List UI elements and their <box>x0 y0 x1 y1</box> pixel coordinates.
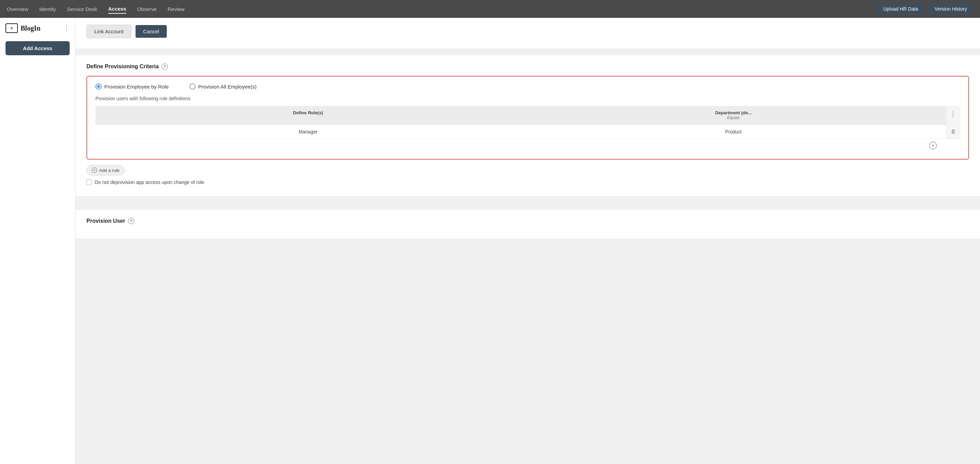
version-history-button[interactable]: Version History <box>929 3 973 14</box>
upload-hr-data-button[interactable]: Upload HR Data <box>877 3 924 14</box>
deprovision-label: Do not deprovision app access upon chang… <box>95 180 204 185</box>
logo-text: BlogIn <box>21 24 40 32</box>
rule-plus-row: + <box>95 139 960 152</box>
provision-user-title-text: Provision User <box>86 218 125 224</box>
nav-actions: Upload HR Data Version History <box>877 3 973 14</box>
deprovision-checkbox[interactable] <box>86 180 92 185</box>
rule-table-container: Define Role(s) Department (de... Equals <box>95 106 960 139</box>
add-rule-label: Add a rule <box>99 168 119 173</box>
radio-label-all: Provision All Employee(s) <box>198 84 257 89</box>
rule-dept-value: Product <box>725 129 741 134</box>
add-rule-plus-icon: + <box>92 167 97 173</box>
link-account-button[interactable]: Link Account <box>86 25 131 38</box>
provisioning-criteria-section: Define Provisioning Criteria ? Provision… <box>75 55 980 196</box>
add-rule-row: + Add a rule <box>86 165 969 175</box>
cancel-button[interactable]: Cancel <box>135 25 167 38</box>
dept-col-sub: Equals <box>727 115 740 120</box>
dept-col-title: Department (de... <box>715 110 751 115</box>
section-gap <box>75 48 980 55</box>
provisioning-help-icon[interactable]: ? <box>162 64 168 70</box>
section-title-define: Define Provisioning Criteria ? <box>86 64 969 70</box>
more-vert-icon[interactable]: ⋮ <box>950 110 957 118</box>
add-condition-icon[interactable]: + <box>929 142 937 149</box>
radio-circle-role <box>95 83 102 89</box>
rule-role-cell: Manager <box>95 125 521 139</box>
sidebar: B BlogIn ⋮ Add Access <box>0 18 75 464</box>
provision-user-help-icon[interactable]: ? <box>128 218 134 224</box>
provision-user-title: Provision User ? <box>86 218 969 224</box>
logo-icon: B <box>5 23 18 33</box>
rule-side-actions: ⋮ 🗑 <box>946 106 960 139</box>
sidebar-header: B BlogIn ⋮ <box>5 23 70 33</box>
rule-col-header-dept: Department (de... Equals <box>521 106 947 124</box>
main-layout: B BlogIn ⋮ Add Access Link Account Cance… <box>0 18 980 464</box>
radio-provision-by-role[interactable]: Provision Employee by Role <box>95 83 169 89</box>
rule-col-header-role: Define Role(s) <box>95 106 521 124</box>
nav-review[interactable]: Review <box>168 5 185 13</box>
section-title-text: Define Provisioning Criteria <box>86 64 159 70</box>
deprovision-checkbox-row: Do not deprovision app access upon chang… <box>86 180 969 185</box>
add-rule-button[interactable]: + Add a rule <box>86 165 124 175</box>
provision-user-section: Provision User ? <box>75 210 980 239</box>
provision-description: Provision users with following rule defi… <box>95 96 960 101</box>
link-cancel-section: Link Account Cancel <box>75 18 980 48</box>
sidebar-logo: B BlogIn <box>5 23 40 33</box>
nav-overview[interactable]: Overview <box>7 5 29 13</box>
add-access-button[interactable]: Add Access <box>5 41 70 55</box>
radio-label-role: Provision Employee by Role <box>104 84 169 89</box>
content-area: Link Account Cancel Define Provisioning … <box>75 18 980 464</box>
rule-table-wrapper: Define Role(s) Department (de... Equals <box>95 106 960 152</box>
nav-links: Overview Identity Service Desk Access Ob… <box>7 5 185 14</box>
radio-row: Provision Employee by Role Provision All… <box>95 83 960 89</box>
rule-table-main: Define Role(s) Department (de... Equals <box>95 106 946 139</box>
dept-header-block: Department (de... Equals <box>528 110 940 120</box>
radio-circle-all <box>189 83 196 89</box>
nav-identity[interactable]: Identity <box>40 5 56 13</box>
rule-table-data-row: Manager Product <box>95 124 946 139</box>
rule-dept-cell: Product <box>521 125 947 139</box>
nav-service-desk[interactable]: Service Desk <box>67 5 97 13</box>
sidebar-menu-icon[interactable]: ⋮ <box>64 24 70 32</box>
provision-user-gap <box>75 203 980 210</box>
rule-table-header-row: Define Role(s) Department (de... Equals <box>95 106 946 124</box>
provisioning-criteria-box: Provision Employee by Role Provision All… <box>86 76 969 159</box>
nav-observe[interactable]: Observe <box>137 5 157 13</box>
radio-provision-all[interactable]: Provision All Employee(s) <box>189 83 257 89</box>
trash-icon[interactable]: 🗑 <box>951 128 956 134</box>
nav-access[interactable]: Access <box>108 5 126 14</box>
top-nav: Overview Identity Service Desk Access Ob… <box>0 0 980 18</box>
